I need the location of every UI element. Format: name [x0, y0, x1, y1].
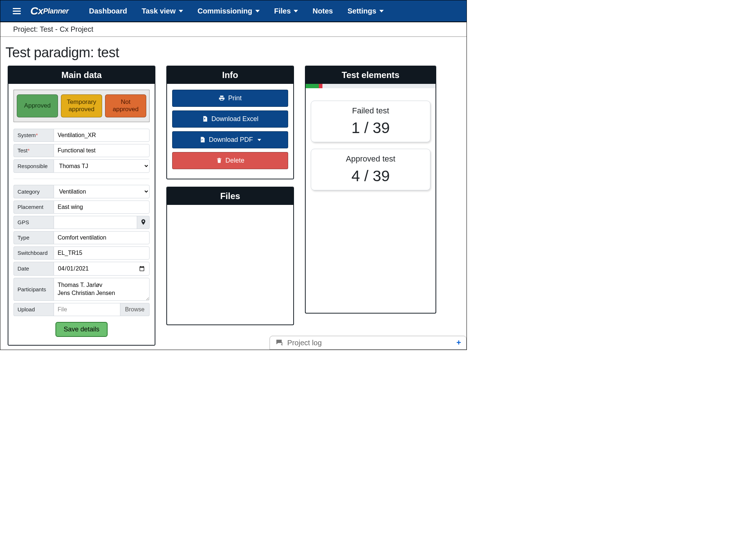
switchboard-input[interactable] — [54, 246, 150, 260]
test-elements-panel: Test elements Failed test 1 / 39 Approve… — [305, 66, 436, 314]
file-pdf-icon — [199, 136, 206, 144]
gps-locate-button[interactable] — [137, 216, 150, 229]
nav-notes[interactable]: Notes — [313, 7, 333, 15]
chevron-down-icon — [379, 10, 384, 12]
nav-settings[interactable]: Settings — [348, 7, 384, 15]
test-elements-header: Test elements — [306, 66, 436, 84]
delete-button[interactable]: Delete — [172, 152, 288, 169]
plus-icon[interactable]: + — [456, 338, 461, 347]
test-input[interactable] — [54, 144, 150, 157]
responsible-select[interactable]: Thomas TJ — [54, 159, 150, 173]
label-type: Type — [13, 231, 54, 244]
chat-icon — [275, 339, 285, 347]
print-button[interactable]: Print — [172, 90, 288, 107]
progress-approved — [306, 84, 319, 88]
page-title: Test paradigm: test — [0, 37, 467, 66]
chevron-down-icon — [179, 10, 183, 12]
files-header: Files — [167, 187, 293, 205]
download-excel-button[interactable]: Download Excel — [172, 110, 288, 128]
date-input[interactable] — [54, 262, 150, 276]
category-select[interactable]: Ventilation — [54, 185, 150, 198]
files-panel: Files — [166, 187, 294, 325]
label-responsible: Responsible — [13, 159, 54, 173]
files-body — [167, 205, 293, 217]
label-category: Category — [13, 185, 54, 198]
file-input[interactable]: File — [54, 303, 120, 316]
participants-textarea[interactable]: Thomas T. Jarløv Jens Christian Jensen — [54, 278, 150, 301]
nav-dashboard[interactable]: Dashboard — [89, 7, 127, 15]
nav-links: Dashboard Task view Commissioning Files … — [89, 7, 384, 15]
system-input[interactable] — [54, 129, 150, 142]
failed-test-value: 1 / 39 — [316, 119, 425, 137]
gps-input[interactable] — [54, 216, 137, 229]
nav-task-view[interactable]: Task view — [142, 7, 183, 15]
approved-test-value: 4 / 39 — [316, 167, 425, 185]
label-switchboard: Switchboard — [13, 246, 54, 260]
label-participants: Participants — [13, 278, 54, 301]
print-icon — [218, 94, 225, 102]
menu-toggle[interactable] — [13, 8, 21, 14]
approved-test-title: Approved test — [316, 154, 425, 164]
logo[interactable]: CxPlanner — [30, 5, 69, 17]
download-pdf-button[interactable]: Download PDF — [172, 131, 288, 148]
main-data-panel: Main data Approved Temporary approved No… — [8, 66, 155, 346]
progress-failed — [319, 84, 323, 88]
status-temporary-button[interactable]: Temporary approved — [61, 94, 102, 117]
info-panel: Info Print Download Excel Download PDF — [166, 66, 294, 179]
label-gps: GPS — [13, 216, 54, 229]
project-log-label: Project log — [287, 339, 322, 347]
main-data-header: Main data — [8, 66, 155, 84]
failed-test-card[interactable]: Failed test 1 / 39 — [311, 101, 430, 142]
map-pin-icon — [140, 218, 147, 226]
label-upload: Upload — [13, 303, 54, 316]
chevron-down-icon — [255, 10, 260, 12]
trash-icon — [216, 157, 222, 164]
file-excel-icon — [202, 115, 208, 123]
save-details-button[interactable]: Save details — [55, 322, 107, 337]
failed-test-title: Failed test — [316, 106, 425, 116]
approved-test-card[interactable]: Approved test 4 / 39 — [311, 149, 430, 190]
chevron-down-icon — [294, 10, 298, 12]
label-system: System* — [13, 129, 54, 142]
navbar: CxPlanner Dashboard Task view Commission… — [0, 0, 467, 22]
label-test: Test* — [13, 144, 54, 157]
chevron-down-icon — [258, 139, 261, 141]
status-approved-button[interactable]: Approved — [17, 94, 58, 117]
placement-input[interactable] — [54, 201, 150, 214]
project-breadcrumb: Project: Test - Cx Project — [0, 22, 467, 37]
progress-bar — [306, 84, 436, 88]
status-not-approved-button[interactable]: Not approved — [105, 94, 146, 117]
label-placement: Placement — [13, 201, 54, 214]
nav-commissioning[interactable]: Commissioning — [198, 7, 260, 15]
label-date: Date — [13, 262, 54, 276]
browse-button[interactable]: Browse — [120, 303, 150, 316]
info-header: Info — [167, 66, 293, 84]
type-input[interactable] — [54, 231, 150, 244]
project-log-bar[interactable]: Project log + — [270, 336, 467, 350]
status-buttons: Approved Temporary approved Not approved — [13, 90, 150, 122]
nav-files[interactable]: Files — [274, 7, 298, 15]
divider — [13, 179, 150, 179]
